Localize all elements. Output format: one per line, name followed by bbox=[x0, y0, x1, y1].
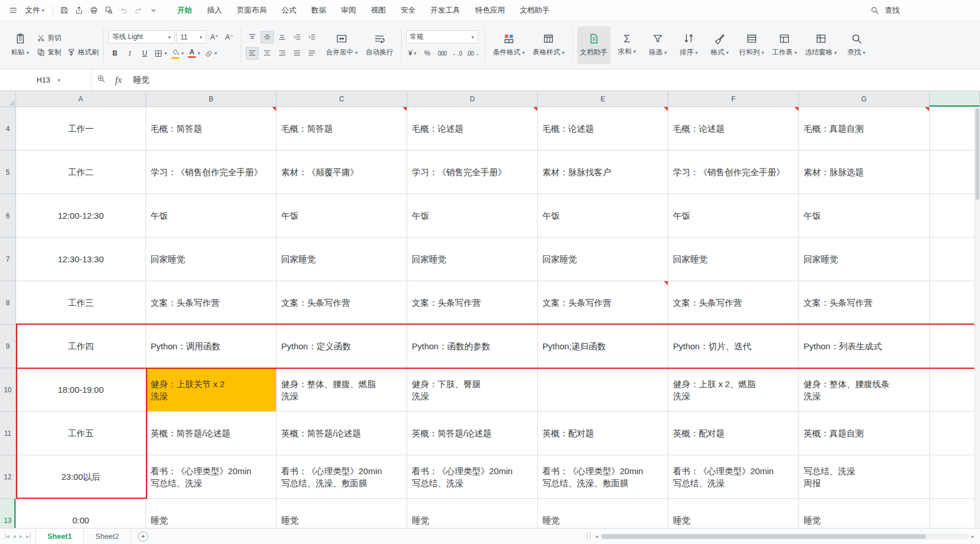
cell-B7[interactable]: 回家睡觉 bbox=[146, 238, 277, 281]
cell-D10[interactable]: 健身：下肢、臀腿 洗澡 bbox=[407, 368, 538, 412]
cell-G5[interactable]: 素材：脉脉选题 bbox=[799, 151, 930, 194]
cell-B11[interactable]: 英概：简答题/论述题 bbox=[146, 412, 277, 455]
column-header-H-partial[interactable] bbox=[930, 91, 980, 107]
cell-G11[interactable]: 英概：真题自测 bbox=[799, 412, 930, 455]
menu-tab-开始[interactable]: 开始 bbox=[170, 0, 200, 21]
font-size-select[interactable]: 11▾ bbox=[176, 30, 206, 44]
column-header-G[interactable]: G bbox=[799, 91, 930, 107]
save-icon[interactable] bbox=[57, 3, 72, 17]
cell-C11[interactable]: 英概：简答题/论述题 bbox=[277, 412, 407, 455]
scroll-right-arrow[interactable]: ▸ bbox=[971, 533, 974, 539]
cell-C6[interactable]: 午饭 bbox=[277, 194, 407, 238]
freeze-panes-button[interactable]: 冻结窗格▾ bbox=[802, 26, 840, 64]
fill-color-button[interactable]: ▾ bbox=[170, 47, 186, 60]
toolbar-options-icon[interactable] bbox=[146, 3, 161, 17]
row-header-8[interactable]: 8 bbox=[0, 281, 16, 325]
row-header-10[interactable]: 10 bbox=[0, 368, 16, 412]
cell-D8[interactable]: 文案：头条写作营 bbox=[407, 281, 538, 325]
paste-button[interactable]: 粘贴▾ bbox=[6, 26, 34, 64]
cell-A5[interactable]: 工作二 bbox=[16, 151, 146, 194]
cell-B4[interactable]: 毛概：简答题 bbox=[146, 107, 277, 151]
insert-function-button[interactable]: fx bbox=[111, 69, 127, 90]
cell-H4-partial[interactable] bbox=[930, 107, 980, 151]
cell-C4[interactable]: 毛概：简答题 bbox=[277, 107, 407, 151]
menu-tab-开发工具[interactable]: 开发工具 bbox=[423, 0, 468, 21]
cell-G4[interactable]: 毛概：真题自测 bbox=[799, 107, 930, 151]
cell-D9[interactable]: Python：函数的参数 bbox=[407, 325, 538, 368]
borders-button[interactable]: ▾ bbox=[153, 47, 168, 60]
cell-E11[interactable]: 英概：配对题 bbox=[538, 412, 668, 455]
clear-button[interactable]: ▾ bbox=[203, 47, 219, 60]
align-left-button[interactable] bbox=[246, 47, 259, 60]
cell-A12[interactable]: 23:00以后 bbox=[16, 455, 146, 499]
cell-A8[interactable]: 工作三 bbox=[16, 281, 146, 325]
currency-button[interactable]: ¥▾ bbox=[406, 47, 419, 60]
cell-E12[interactable]: 看书：《心理类型》20min 写总结、洗澡、敷面膜 bbox=[538, 455, 668, 499]
cell-C8[interactable]: 文案：头条写作营 bbox=[277, 281, 407, 325]
cell-D6[interactable]: 午饭 bbox=[407, 194, 538, 238]
distribute-button[interactable] bbox=[305, 47, 318, 60]
row-header-7[interactable]: 7 bbox=[0, 238, 16, 281]
row-header-13[interactable]: 13 bbox=[0, 499, 16, 528]
file-menu[interactable]: 文件▾ bbox=[21, 3, 49, 18]
cell-C10[interactable]: 健身：整体、腰腹、燃脂 洗澡 bbox=[277, 368, 407, 412]
row-header-4[interactable]: 4 bbox=[0, 107, 16, 151]
expand-formula-bar-button[interactable] bbox=[92, 69, 111, 90]
merge-center-button[interactable]: 合并居中▾ bbox=[323, 26, 361, 64]
cell-H11-partial[interactable] bbox=[930, 412, 980, 455]
cell-E9[interactable]: Python;递归函数 bbox=[538, 325, 668, 368]
cell-D5[interactable]: 学习：《销售完全手册》 bbox=[407, 151, 538, 194]
cell-B10[interactable]: 健身：上肢关节 x 2 洗澡 bbox=[146, 368, 277, 412]
valign-top-button[interactable] bbox=[246, 31, 259, 44]
cell-F5[interactable]: 学习：《销售创作完全手册》 bbox=[668, 151, 799, 194]
column-header-D[interactable]: D bbox=[407, 91, 538, 107]
increase-font-size-button[interactable]: A⁺ bbox=[208, 31, 221, 44]
menu-tab-安全[interactable]: 安全 bbox=[393, 0, 423, 21]
cell-A6[interactable]: 12:00-12:30 bbox=[16, 194, 146, 238]
cell-E5[interactable]: 素材：脉脉找客户 bbox=[538, 151, 668, 194]
sheet-tab-Sheet1[interactable]: Sheet1 bbox=[36, 529, 84, 544]
cell-C7[interactable]: 回家睡觉 bbox=[277, 238, 407, 281]
cell-B9[interactable]: Python：调用函数 bbox=[146, 325, 277, 368]
row-header-5[interactable]: 5 bbox=[0, 151, 16, 194]
align-right-button[interactable] bbox=[275, 47, 289, 60]
row-header-12[interactable]: 12 bbox=[0, 455, 16, 499]
justify-button[interactable] bbox=[290, 47, 304, 60]
cell-C9[interactable]: Python：定义函数 bbox=[277, 325, 407, 368]
cell-G9[interactable]: Python：列表生成式 bbox=[799, 325, 930, 368]
cell-H6-partial[interactable] bbox=[930, 194, 980, 238]
cell-B8[interactable]: 文案：头条写作营 bbox=[146, 281, 277, 325]
column-header-C[interactable]: C bbox=[277, 91, 407, 107]
undo-icon[interactable] bbox=[116, 3, 131, 17]
cell-B13[interactable]: 睡觉 bbox=[146, 499, 277, 528]
scroll-left-arrow[interactable]: ◂ bbox=[595, 533, 598, 539]
cell-D11[interactable]: 英概：简答题/论述题 bbox=[407, 412, 538, 455]
horizontal-scrollbar-track[interactable] bbox=[600, 534, 969, 539]
find-button[interactable]: 查找▾ bbox=[842, 26, 871, 64]
menu-tab-公式[interactable]: 公式 bbox=[274, 0, 304, 21]
vertical-scrollbar-thumb[interactable] bbox=[975, 108, 979, 200]
vertical-scrollbar[interactable] bbox=[974, 107, 980, 528]
cell-H10-partial[interactable] bbox=[930, 368, 980, 412]
cell-A7[interactable]: 12:30-13:30 bbox=[16, 238, 146, 281]
valign-bottom-button[interactable] bbox=[275, 31, 289, 44]
cell-F10[interactable]: 健身：上肢 x 2、燃脂 洗澡 bbox=[668, 368, 799, 412]
increase-indent-button[interactable] bbox=[305, 31, 318, 44]
column-header-B[interactable]: B bbox=[146, 91, 277, 107]
increase-decimal-button[interactable]: ←.0 bbox=[451, 47, 464, 60]
rows-cols-button[interactable]: 行和列▾ bbox=[737, 26, 768, 64]
row-header-9[interactable]: 9 bbox=[0, 325, 16, 368]
print-icon[interactable] bbox=[86, 3, 101, 17]
cell-F12[interactable]: 看书：《心理类型》20min 写总结、洗澡 bbox=[668, 455, 799, 499]
search-box[interactable]: 查找 bbox=[867, 3, 900, 17]
cell-H7-partial[interactable] bbox=[930, 238, 980, 281]
cell-E6[interactable]: 午饭 bbox=[538, 194, 668, 238]
print-preview-icon[interactable] bbox=[101, 3, 116, 17]
sum-button[interactable]: Σ 求和▾ bbox=[613, 26, 641, 64]
font-name-select[interactable]: 等线 Light▾ bbox=[108, 30, 175, 44]
export-icon[interactable] bbox=[72, 3, 86, 17]
cell-B5[interactable]: 学习：《销售创作完全手册》 bbox=[146, 151, 277, 194]
filter-button[interactable]: 筛选▾ bbox=[644, 26, 672, 64]
cell-A4[interactable]: 工作一 bbox=[16, 107, 146, 151]
cell-F13[interactable]: 睡觉 bbox=[668, 499, 799, 528]
